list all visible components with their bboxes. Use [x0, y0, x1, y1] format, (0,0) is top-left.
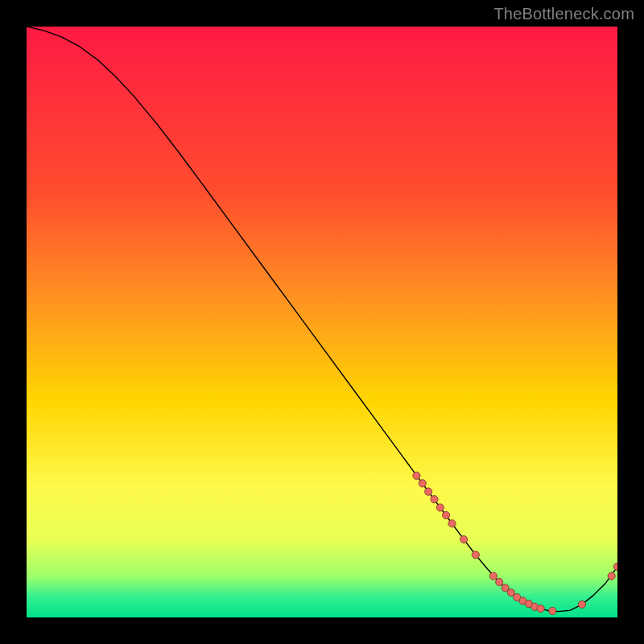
data-marker — [578, 601, 585, 608]
data-marker — [419, 480, 426, 487]
data-marker — [448, 520, 456, 527]
data-marker — [431, 496, 438, 503]
svg-rect-0 — [27, 27, 617, 617]
watermark-text: TheBottleneck.com — [493, 5, 634, 23]
data-marker — [489, 572, 497, 580]
data-marker — [549, 607, 556, 614]
plot-area — [27, 27, 617, 617]
data-marker — [496, 578, 503, 585]
chart-frame: TheBottleneck.com — [0, 0, 644, 644]
plot-svg — [27, 27, 617, 617]
data-marker — [537, 605, 544, 612]
data-marker — [472, 551, 479, 559]
data-marker — [443, 511, 450, 518]
data-marker — [460, 536, 468, 543]
data-marker — [608, 572, 615, 580]
data-marker — [436, 504, 444, 511]
data-marker — [425, 488, 432, 495]
data-marker — [413, 472, 420, 479]
